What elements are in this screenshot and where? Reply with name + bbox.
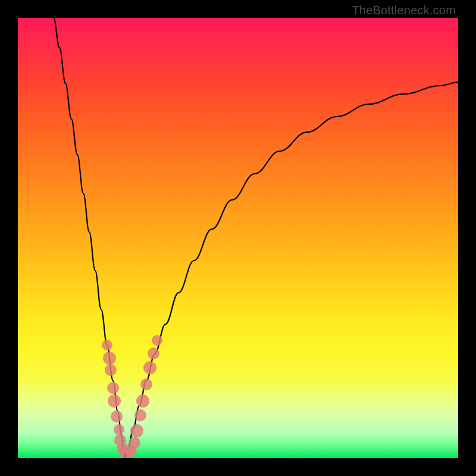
data-point (140, 378, 152, 390)
data-point (148, 347, 159, 359)
data-point (143, 361, 156, 374)
plot-area (18, 18, 458, 458)
data-point (134, 409, 146, 421)
scatter-layer (102, 335, 162, 458)
data-point (136, 394, 149, 408)
data-point (102, 340, 112, 350)
data-point (107, 382, 119, 394)
data-point (111, 411, 123, 422)
chart-frame: TheBottleneck.com (0, 0, 476, 476)
data-point (103, 352, 116, 365)
data-point (114, 424, 124, 435)
attribution-label: TheBottleneck.com (352, 4, 456, 17)
right-curve-path (125, 82, 458, 458)
data-point (129, 437, 140, 449)
data-point (152, 335, 162, 346)
data-point (108, 394, 121, 408)
data-point (105, 364, 117, 376)
chart-svg (18, 18, 458, 458)
data-point (130, 424, 143, 437)
